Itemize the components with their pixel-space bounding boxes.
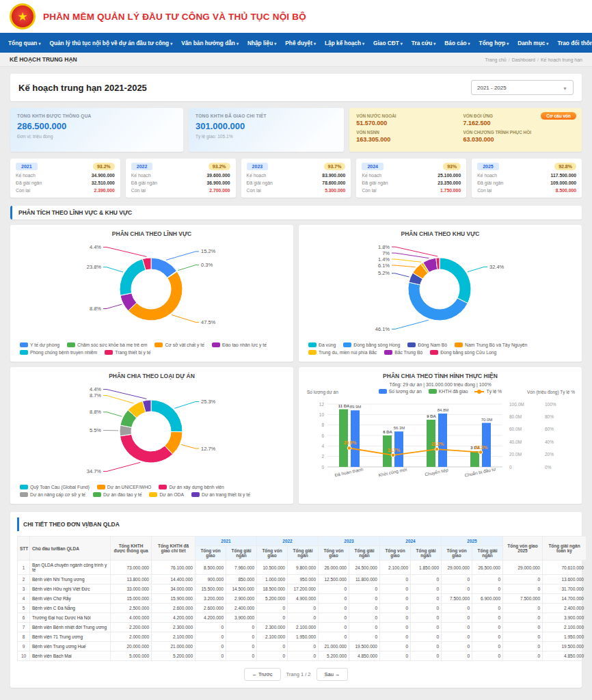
table-cell: 0 — [472, 651, 503, 661]
legend-item[interactable]: Quỹ Toàn Cầu (Global Fund) — [20, 485, 90, 489]
table-cell: 0 — [319, 584, 349, 594]
svg-text:Khởi công mới: Khởi công mới — [378, 467, 407, 479]
table-cell: Bệnh viện C Đà Nẵng — [30, 604, 111, 613]
nav-item-label: Văn bản hướng dẫn — [181, 40, 235, 46]
capital-item: VỐN CHƯƠNG TRÌNH PHỤC HỒI63.030.000 — [463, 130, 575, 146]
legend-item[interactable]: Số lượng dự án — [379, 389, 422, 394]
legend-item[interactable]: Chăm sóc sức khỏe bà mẹ trẻ em — [67, 342, 147, 347]
legend-item[interactable]: Dự án trang thiết bị y tế — [191, 492, 250, 497]
svg-text:40%: 40% — [545, 440, 554, 444]
year-stat-value: 109.000.000 — [550, 180, 576, 185]
table-cell: 0 — [196, 642, 226, 651]
nav-item-0[interactable]: Tổng quan▾ — [8, 40, 40, 46]
capital-label: VỐN CHƯƠNG TRÌNH PHỤC HỒI — [463, 130, 575, 135]
breadcrumb-item[interactable]: Kế hoạch trung hạn — [541, 57, 582, 62]
legend-item[interactable]: Đông Nam Bộ — [407, 342, 447, 347]
table-cell: 17.200.000 — [288, 584, 319, 594]
nav-item-11[interactable]: Trao đổi thông tin — [557, 40, 592, 46]
table-row: 10Bệnh viện Bạch Mai5.000.0005.200.00000… — [18, 651, 587, 661]
legend-item[interactable]: Dự án ODA — [149, 492, 184, 497]
period-select[interactable]: 2021 - 2025 ▼ — [471, 80, 574, 95]
legend-label: Dự án ODA — [159, 492, 184, 497]
legend-item[interactable]: Nam Trung Bộ và Tây Nguyên — [455, 342, 527, 347]
nav-item-1[interactable]: Quản lý thủ tục nội bộ về dự án đầu tư c… — [49, 40, 172, 46]
table-cell: 0 — [380, 642, 411, 651]
chevron-down-icon: ▾ — [237, 41, 239, 46]
legend-item[interactable]: Dự án xây dựng bệnh viện — [159, 485, 224, 489]
svg-text:60.0M: 60.0M — [509, 427, 522, 431]
nav-item-4[interactable]: Phê duyệt▾ — [285, 40, 316, 46]
legend-item[interactable]: Cơ sở vật chất y tế — [154, 342, 204, 347]
year-stat-row: Đã giải ngân32.510.000 — [16, 180, 115, 185]
table-cell: 0 — [380, 623, 411, 632]
nav-item-6[interactable]: Giao CĐT▾ — [373, 40, 403, 46]
nav-item-3[interactable]: Nhập liệu▾ — [247, 40, 276, 46]
breadcrumb-item[interactable]: Trang chủ — [485, 57, 506, 62]
table-cell: 3.900.000 — [543, 613, 587, 623]
year-stat-label: Kế hoạch — [362, 173, 381, 178]
legend-item[interactable]: Phòng chống bệnh truyền nhiễm — [20, 350, 97, 355]
nav-item-7[interactable]: Tra cứu▾ — [412, 40, 435, 46]
table-cell: 0 — [503, 584, 543, 594]
legend-swatch — [20, 485, 28, 489]
nav-items: Tổng quan▾Quản lý thủ tục nội bộ về dự á… — [8, 40, 592, 46]
breadcrumb-item[interactable]: Dashboard — [512, 57, 535, 62]
nav-item-2[interactable]: Văn bản hướng dẫn▾ — [181, 40, 239, 46]
svg-text:89.9M: 89.9M — [350, 405, 362, 409]
breadcrumb-title: KẾ HOẠCH TRUNG HẠN — [10, 56, 77, 63]
legend-item[interactable]: Tỷ lệ % — [474, 389, 502, 394]
legend-item[interactable]: Đào tạo nhân lực y tế — [212, 342, 267, 347]
svg-text:60%: 60% — [545, 427, 554, 431]
legend-item[interactable]: Y tế dự phòng — [20, 342, 59, 347]
table-cell: Bệnh viện Bệnh nhiệt đới Trung ương — [30, 623, 111, 632]
year-stat-label: Đã giải ngân — [247, 180, 273, 185]
table-cell: 0 — [319, 613, 349, 623]
table-cell: 15.500.000 — [196, 584, 226, 594]
table-cell: 2.100.000 — [257, 632, 288, 642]
svg-text:4.4%: 4.4% — [90, 386, 101, 392]
table-cell: 1.000.000 — [257, 575, 288, 584]
legend-label: Đồng bằng sông Hồng — [353, 342, 400, 347]
table-cell: 76.100.000 — [152, 561, 196, 575]
nav-item-10[interactable]: Danh mục▾ — [517, 40, 548, 46]
nav-item-8[interactable]: Báo cáo▾ — [444, 40, 470, 46]
legend-item[interactable]: Trung du, miền núi phía Bắc — [308, 350, 377, 355]
next-page-button[interactable]: Sau → — [317, 668, 349, 681]
legend-label: Phòng chống bệnh truyền nhiễm — [30, 350, 97, 355]
nav-item-9[interactable]: Tổng hợp▾ — [479, 40, 509, 46]
svg-text:18.7%: 18.7% — [388, 448, 401, 453]
legend-item[interactable]: Dự án UNICEF/WHO — [97, 485, 152, 489]
table-cell: 0 — [411, 642, 442, 651]
legend-item[interactable]: Bắc Trung Bộ — [384, 350, 422, 355]
table-row: 2Bệnh viện Nhi Trung ương13.800.00014.40… — [18, 575, 587, 584]
legend-item[interactable]: Đồng bằng sông Cửu Long — [430, 350, 496, 355]
col-unit: Chủ đầu tư/Ban QLDA — [30, 537, 111, 561]
legend-item[interactable]: Dự án nâng cấp cơ sở y tế — [20, 492, 85, 497]
table-cell: 0 — [288, 651, 319, 661]
section-analysis-title: PHÂN TÍCH THEO LĨNH VỰC & KHU VỰC — [10, 206, 582, 219]
year-stat-row: Còn lại2.390.000 — [16, 188, 115, 193]
legend-swatch — [97, 485, 105, 489]
legend-item[interactable]: Dự án đào tạo y tế — [93, 492, 142, 497]
breadcrumb-separator: / — [537, 57, 539, 62]
legend-item[interactable]: Đồng bằng sông Hồng — [343, 342, 400, 347]
legend-item[interactable]: Đa vùng — [308, 342, 336, 347]
svg-text:23.8%: 23.8% — [87, 264, 102, 270]
svg-text:Chuẩn bị đầu tư: Chuẩn bị đầu tư — [464, 466, 497, 478]
table-row: 8Bệnh viện 71 Trung ương2.000.0002.100.0… — [18, 632, 587, 642]
prev-page-button[interactable]: ← Trước — [244, 668, 281, 681]
year-card-2023: 202393.7%Kế hoạch83.900.000Đã giải ngân7… — [241, 159, 351, 198]
year-stat-row: Còn lại2.700.000 — [131, 188, 230, 193]
year-stat-row: Kế hoạch83.900.000 — [247, 173, 346, 178]
legend-item[interactable]: KHTH đã giao — [429, 389, 468, 394]
nav-item-5[interactable]: Lập kế hoạch▾ — [325, 40, 364, 46]
table-cell: 13.600.000 — [543, 575, 587, 584]
chart-legend: Y tế dự phòngChăm sóc sức khỏe bà mẹ trẻ… — [16, 341, 288, 355]
table-cell: 0 — [349, 594, 380, 604]
svg-text:1.8%: 1.8% — [378, 244, 390, 250]
legend-item[interactable]: Trang thiết bị y tế — [105, 350, 150, 355]
table-cell: 1.850.000 — [411, 561, 442, 575]
table-cell: 0 — [380, 594, 411, 604]
svg-text:2: 2 — [321, 454, 324, 459]
legend-swatch — [308, 350, 317, 355]
